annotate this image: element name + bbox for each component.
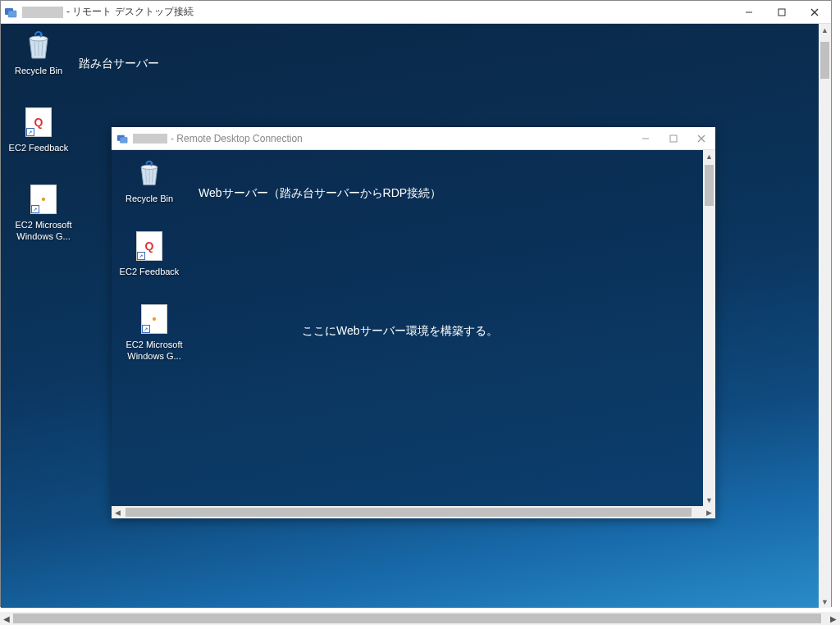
inner-maximize-button[interactable] (660, 127, 687, 150)
inner-recycle-bin-label: Recycle Bin (126, 193, 173, 204)
chevron-up-icon[interactable]: ▲ (819, 24, 831, 36)
rdp-icon (116, 133, 128, 144)
outer-title-suffix: - リモート デスクトップ接続 (66, 5, 194, 19)
outer-titlebar[interactable]: - リモート デスクトップ接続 (1, 1, 831, 24)
shortcut-overlay-icon (137, 252, 145, 260)
inner-desktop-annotation-2: ここにWebサーバー環境を構築する。 (302, 324, 498, 339)
recycle-bin-label: Recycle Bin (15, 65, 62, 76)
inner-minimize-button[interactable] (632, 127, 660, 150)
letter-q-icon: Q (34, 116, 43, 129)
rdp-icon (4, 6, 17, 19)
host-horizontal-scrollbar[interactable]: ◀ ▶ (0, 612, 840, 625)
document-icon: • (141, 304, 167, 334)
inner-hostname-redacted (133, 134, 167, 144)
inner-vertical-scrollbar[interactable]: ▲ ▼ (703, 150, 715, 506)
outer-hostname-redacted (22, 7, 63, 18)
inner-horizontal-scrollbar[interactable]: ◀ ▶ (112, 506, 715, 518)
inner-ec2-feedback-icon[interactable]: Q EC2 Feedback (116, 230, 182, 277)
inner-close-button[interactable] (687, 127, 715, 150)
inner-ec2-windows-guide-label: EC2 Microsoft Windows G... (116, 339, 192, 362)
chevron-right-icon[interactable]: ▶ (703, 506, 715, 518)
shortcut-overlay-icon (142, 325, 150, 333)
ec2-feedback-icon[interactable]: Q EC2 Feedback (6, 106, 71, 153)
outer-maximize-button[interactable] (765, 1, 798, 24)
chevron-down-icon[interactable]: ▼ (703, 494, 715, 506)
chevron-right-icon[interactable]: ▶ (827, 612, 840, 625)
outer-desktop[interactable]: Recycle Bin Q EC2 Feedback • EC2 Microso… (1, 24, 831, 608)
trash-icon (133, 157, 166, 189)
scrollbar-thumb[interactable] (126, 508, 692, 517)
dot-icon: • (153, 312, 157, 326)
outer-close-button[interactable] (798, 1, 831, 24)
ec2-windows-guide-label: EC2 Microsoft Windows G... (6, 219, 81, 242)
chevron-left-icon[interactable]: ◀ (0, 612, 13, 625)
trash-icon (22, 29, 55, 62)
scrollbar-thumb[interactable] (705, 165, 714, 206)
chevron-up-icon[interactable]: ▲ (703, 150, 715, 162)
inner-desktop[interactable]: Recycle Bin Q EC2 Feedback • (112, 150, 715, 506)
inner-ec2-feedback-label: EC2 Feedback (120, 266, 180, 277)
document-icon: Q (25, 107, 52, 137)
outer-minimize-button[interactable] (733, 1, 765, 24)
scrollbar-thumb[interactable] (820, 42, 829, 79)
outer-desktop-annotation: 踏み台サーバー (79, 57, 159, 71)
outer-rdp-window: - リモート デスクトップ接続 Recycle Bin (0, 0, 832, 607)
inner-ec2-windows-guide-icon[interactable]: • EC2 Microsoft Windows G... (116, 303, 192, 362)
shortcut-overlay-icon (31, 205, 39, 213)
ec2-feedback-label: EC2 Feedback (9, 142, 69, 153)
inner-rdp-window: - Remote Desktop Connection (112, 127, 715, 518)
outer-vertical-scrollbar[interactable]: ▲ ▼ (819, 24, 831, 608)
svg-rect-1 (8, 11, 16, 17)
svg-rect-10 (670, 135, 677, 142)
dot-icon: • (42, 193, 46, 206)
document-icon: • (30, 185, 57, 214)
document-icon: Q (136, 231, 162, 261)
inner-recycle-bin-icon[interactable]: Recycle Bin (116, 157, 182, 204)
inner-titlebar[interactable]: - Remote Desktop Connection (112, 127, 715, 150)
chevron-left-icon[interactable]: ◀ (112, 506, 124, 518)
chevron-down-icon[interactable]: ▼ (819, 595, 831, 608)
svg-rect-3 (778, 9, 785, 16)
svg-rect-8 (120, 137, 127, 143)
recycle-bin-icon[interactable]: Recycle Bin (6, 29, 71, 76)
inner-desktop-annotation-1: Webサーバー（踏み台サーバーからRDP接続） (199, 186, 441, 201)
scrollbar-thumb[interactable] (13, 614, 821, 623)
inner-title-suffix: - Remote Desktop Connection (171, 133, 303, 144)
ec2-windows-guide-icon[interactable]: • EC2 Microsoft Windows G... (6, 183, 81, 242)
shortcut-overlay-icon (26, 128, 34, 136)
letter-q-icon: Q (145, 240, 154, 253)
